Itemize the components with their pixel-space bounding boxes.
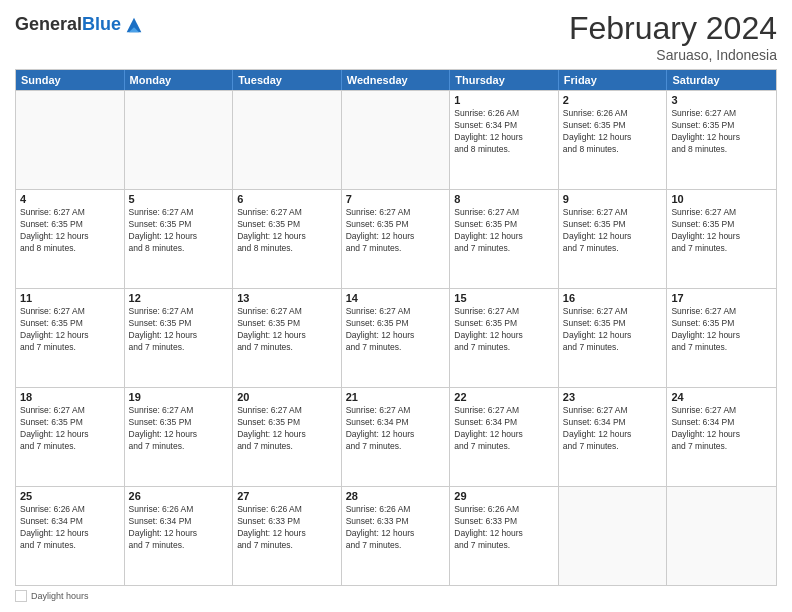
day-info: Sunrise: 6:27 AM Sunset: 6:35 PM Dayligh… [129, 306, 229, 354]
calendar: SundayMondayTuesdayWednesdayThursdayFrid… [15, 69, 777, 586]
day-info: Sunrise: 6:27 AM Sunset: 6:35 PM Dayligh… [237, 306, 337, 354]
cal-cell-2-1: 12Sunrise: 6:27 AM Sunset: 6:35 PM Dayli… [125, 289, 234, 387]
day-number: 3 [671, 94, 772, 106]
calendar-row-3: 18Sunrise: 6:27 AM Sunset: 6:35 PM Dayli… [16, 387, 776, 486]
header-day-friday: Friday [559, 70, 668, 90]
title-block: February 2024 Saruaso, Indonesia [569, 10, 777, 63]
cal-cell-1-6: 10Sunrise: 6:27 AM Sunset: 6:35 PM Dayli… [667, 190, 776, 288]
month-title: February 2024 [569, 10, 777, 47]
day-info: Sunrise: 6:27 AM Sunset: 6:35 PM Dayligh… [129, 207, 229, 255]
day-number: 20 [237, 391, 337, 403]
day-number: 28 [346, 490, 446, 502]
cal-cell-0-5: 2Sunrise: 6:26 AM Sunset: 6:35 PM Daylig… [559, 91, 668, 189]
footer-daylight: Daylight hours [15, 590, 89, 602]
cal-cell-1-0: 4Sunrise: 6:27 AM Sunset: 6:35 PM Daylig… [16, 190, 125, 288]
calendar-row-0: 1Sunrise: 6:26 AM Sunset: 6:34 PM Daylig… [16, 90, 776, 189]
cal-cell-4-0: 25Sunrise: 6:26 AM Sunset: 6:34 PM Dayli… [16, 487, 125, 585]
cal-cell-3-4: 22Sunrise: 6:27 AM Sunset: 6:34 PM Dayli… [450, 388, 559, 486]
day-number: 17 [671, 292, 772, 304]
day-number: 2 [563, 94, 663, 106]
day-number: 1 [454, 94, 554, 106]
cal-cell-3-1: 19Sunrise: 6:27 AM Sunset: 6:35 PM Dayli… [125, 388, 234, 486]
cal-cell-4-5 [559, 487, 668, 585]
cal-cell-4-6 [667, 487, 776, 585]
header-day-tuesday: Tuesday [233, 70, 342, 90]
calendar-row-4: 25Sunrise: 6:26 AM Sunset: 6:34 PM Dayli… [16, 486, 776, 585]
day-number: 19 [129, 391, 229, 403]
day-number: 11 [20, 292, 120, 304]
day-number: 18 [20, 391, 120, 403]
cal-cell-3-0: 18Sunrise: 6:27 AM Sunset: 6:35 PM Dayli… [16, 388, 125, 486]
day-info: Sunrise: 6:26 AM Sunset: 6:34 PM Dayligh… [129, 504, 229, 552]
day-number: 21 [346, 391, 446, 403]
day-info: Sunrise: 6:27 AM Sunset: 6:35 PM Dayligh… [20, 207, 120, 255]
calendar-row-1: 4Sunrise: 6:27 AM Sunset: 6:35 PM Daylig… [16, 189, 776, 288]
day-info: Sunrise: 6:27 AM Sunset: 6:35 PM Dayligh… [20, 405, 120, 453]
cal-cell-2-5: 16Sunrise: 6:27 AM Sunset: 6:35 PM Dayli… [559, 289, 668, 387]
header-day-saturday: Saturday [667, 70, 776, 90]
day-info: Sunrise: 6:27 AM Sunset: 6:35 PM Dayligh… [454, 207, 554, 255]
day-info: Sunrise: 6:27 AM Sunset: 6:35 PM Dayligh… [346, 306, 446, 354]
day-info: Sunrise: 6:27 AM Sunset: 6:34 PM Dayligh… [563, 405, 663, 453]
day-info: Sunrise: 6:27 AM Sunset: 6:35 PM Dayligh… [671, 306, 772, 354]
footer: Daylight hours [15, 590, 777, 602]
day-number: 6 [237, 193, 337, 205]
calendar-header: SundayMondayTuesdayWednesdayThursdayFrid… [16, 70, 776, 90]
cal-cell-2-4: 15Sunrise: 6:27 AM Sunset: 6:35 PM Dayli… [450, 289, 559, 387]
day-number: 23 [563, 391, 663, 403]
day-info: Sunrise: 6:26 AM Sunset: 6:33 PM Dayligh… [346, 504, 446, 552]
cal-cell-3-5: 23Sunrise: 6:27 AM Sunset: 6:34 PM Dayli… [559, 388, 668, 486]
calendar-body: 1Sunrise: 6:26 AM Sunset: 6:34 PM Daylig… [16, 90, 776, 585]
day-number: 15 [454, 292, 554, 304]
day-number: 13 [237, 292, 337, 304]
day-info: Sunrise: 6:27 AM Sunset: 6:35 PM Dayligh… [563, 306, 663, 354]
day-number: 4 [20, 193, 120, 205]
day-info: Sunrise: 6:26 AM Sunset: 6:33 PM Dayligh… [237, 504, 337, 552]
cal-cell-2-3: 14Sunrise: 6:27 AM Sunset: 6:35 PM Dayli… [342, 289, 451, 387]
cal-cell-0-6: 3Sunrise: 6:27 AM Sunset: 6:35 PM Daylig… [667, 91, 776, 189]
header-day-sunday: Sunday [16, 70, 125, 90]
day-info: Sunrise: 6:27 AM Sunset: 6:34 PM Dayligh… [671, 405, 772, 453]
cal-cell-4-1: 26Sunrise: 6:26 AM Sunset: 6:34 PM Dayli… [125, 487, 234, 585]
daylight-label: Daylight hours [31, 591, 89, 601]
header-day-monday: Monday [125, 70, 234, 90]
header: GeneralBlue February 2024 Saruaso, Indon… [15, 10, 777, 63]
cal-cell-1-2: 6Sunrise: 6:27 AM Sunset: 6:35 PM Daylig… [233, 190, 342, 288]
cal-cell-0-0 [16, 91, 125, 189]
header-day-wednesday: Wednesday [342, 70, 451, 90]
cal-cell-4-4: 29Sunrise: 6:26 AM Sunset: 6:33 PM Dayli… [450, 487, 559, 585]
day-info: Sunrise: 6:27 AM Sunset: 6:35 PM Dayligh… [237, 207, 337, 255]
day-info: Sunrise: 6:27 AM Sunset: 6:34 PM Dayligh… [454, 405, 554, 453]
day-number: 27 [237, 490, 337, 502]
cal-cell-0-4: 1Sunrise: 6:26 AM Sunset: 6:34 PM Daylig… [450, 91, 559, 189]
day-number: 16 [563, 292, 663, 304]
cal-cell-2-0: 11Sunrise: 6:27 AM Sunset: 6:35 PM Dayli… [16, 289, 125, 387]
logo-blue: Blue [82, 14, 121, 34]
logo-text: GeneralBlue [15, 15, 121, 35]
day-info: Sunrise: 6:26 AM Sunset: 6:33 PM Dayligh… [454, 504, 554, 552]
day-info: Sunrise: 6:27 AM Sunset: 6:35 PM Dayligh… [20, 306, 120, 354]
day-info: Sunrise: 6:26 AM Sunset: 6:35 PM Dayligh… [563, 108, 663, 156]
day-number: 7 [346, 193, 446, 205]
day-number: 5 [129, 193, 229, 205]
day-number: 10 [671, 193, 772, 205]
cal-cell-1-3: 7Sunrise: 6:27 AM Sunset: 6:35 PM Daylig… [342, 190, 451, 288]
day-number: 14 [346, 292, 446, 304]
cal-cell-0-2 [233, 91, 342, 189]
day-number: 9 [563, 193, 663, 205]
day-info: Sunrise: 6:27 AM Sunset: 6:35 PM Dayligh… [237, 405, 337, 453]
calendar-row-2: 11Sunrise: 6:27 AM Sunset: 6:35 PM Dayli… [16, 288, 776, 387]
logo-general: General [15, 14, 82, 34]
day-number: 29 [454, 490, 554, 502]
cal-cell-1-5: 9Sunrise: 6:27 AM Sunset: 6:35 PM Daylig… [559, 190, 668, 288]
day-number: 8 [454, 193, 554, 205]
cal-cell-2-6: 17Sunrise: 6:27 AM Sunset: 6:35 PM Dayli… [667, 289, 776, 387]
day-info: Sunrise: 6:26 AM Sunset: 6:34 PM Dayligh… [20, 504, 120, 552]
day-info: Sunrise: 6:27 AM Sunset: 6:35 PM Dayligh… [563, 207, 663, 255]
cal-cell-3-6: 24Sunrise: 6:27 AM Sunset: 6:34 PM Dayli… [667, 388, 776, 486]
day-number: 24 [671, 391, 772, 403]
logo: GeneralBlue [15, 14, 145, 36]
cal-cell-0-1 [125, 91, 234, 189]
day-number: 12 [129, 292, 229, 304]
page: GeneralBlue February 2024 Saruaso, Indon… [0, 0, 792, 612]
